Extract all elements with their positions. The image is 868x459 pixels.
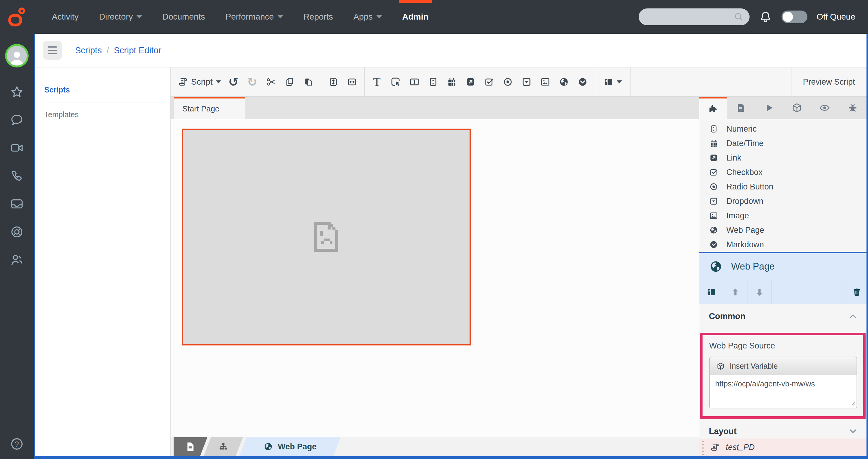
horizontal-spacer-button[interactable] xyxy=(343,77,361,87)
nav-right-controls: Off Queue xyxy=(639,8,868,25)
nav-apps[interactable]: Apps xyxy=(343,0,392,34)
queue-status-toggle[interactable] xyxy=(781,10,807,23)
tab-debug-bug[interactable] xyxy=(839,97,867,119)
menu-hamburger-button[interactable] xyxy=(43,41,62,60)
webpage-source-label: Web Page Source xyxy=(709,341,857,351)
nav-activity[interactable]: Activity xyxy=(41,0,89,34)
webpage-globe-button[interactable] xyxy=(555,77,573,87)
page-tabstrip: Start Page xyxy=(170,97,699,119)
breadcrumb-scripts[interactable]: Scripts xyxy=(75,45,102,56)
app-rail: ? xyxy=(0,34,34,459)
vertical-spacer-button[interactable] xyxy=(324,77,343,87)
radio-component-button[interactable] xyxy=(498,77,517,87)
palette-numeric[interactable]: Numeric xyxy=(699,122,867,136)
chevron-down-icon xyxy=(848,426,858,436)
editor-toolbar: Script ↺ ↻ xyxy=(170,67,867,97)
favorites-star-icon[interactable] xyxy=(10,85,24,99)
palette-webpage[interactable]: Web Page xyxy=(699,223,867,237)
nav-performance[interactable]: Performance xyxy=(215,0,293,34)
chevron-down-icon xyxy=(216,80,221,84)
script-menu-button[interactable]: Script xyxy=(170,77,224,87)
inbox-tray-icon[interactable] xyxy=(10,197,24,211)
webpage-component-selected[interactable] xyxy=(182,129,471,346)
status-webpage-tab[interactable]: Web Page xyxy=(239,437,341,456)
drag-handle[interactable] xyxy=(702,440,704,455)
script-name: test_PD xyxy=(726,443,755,452)
palette-link[interactable]: Link xyxy=(699,151,867,165)
palette-radio[interactable]: Radio Button xyxy=(699,179,867,194)
palette-image[interactable]: Image xyxy=(699,208,867,223)
sidebar-item-scripts[interactable]: Scripts xyxy=(44,78,162,102)
rail-icons xyxy=(10,85,24,267)
tab-variables-cube[interactable] xyxy=(783,97,811,119)
preview-script-button[interactable]: Preview Script xyxy=(791,67,867,96)
arrow-down-icon xyxy=(754,287,765,297)
phone-icon[interactable] xyxy=(10,169,24,183)
tab-pages-document[interactable] xyxy=(727,97,755,119)
sidebar-item-templates[interactable]: Templates xyxy=(44,102,162,127)
breadcrumb-script-editor[interactable]: Script Editor xyxy=(114,45,161,56)
undo-button[interactable]: ↺ xyxy=(224,76,243,88)
calendar-icon xyxy=(709,139,718,148)
palette-datetime[interactable]: Date/Time xyxy=(699,136,867,151)
delete-component-button[interactable] xyxy=(846,280,867,304)
move-up-button[interactable] xyxy=(723,280,747,304)
text-component-button[interactable]: T xyxy=(368,76,386,88)
component-palette: Numeric Date/Time Link xyxy=(699,119,867,252)
markdown-component-button[interactable] xyxy=(573,77,592,87)
numeric-component-button[interactable] xyxy=(424,77,442,87)
paste-button[interactable] xyxy=(299,77,318,87)
tab-visibility-eye[interactable] xyxy=(811,97,838,119)
puzzle-icon xyxy=(708,103,718,114)
tab-start-page[interactable]: Start Page xyxy=(174,97,245,119)
palette-dropdown[interactable]: Dropdown xyxy=(699,194,867,208)
user-avatar[interactable] xyxy=(5,44,29,67)
tab-run-play[interactable] xyxy=(755,97,783,119)
palette-checkbox[interactable]: Checkbox xyxy=(699,165,867,179)
globe-icon xyxy=(264,442,273,452)
global-search xyxy=(639,8,749,25)
notifications-bell-icon[interactable] xyxy=(758,10,772,24)
datetime-calendar-button[interactable] xyxy=(442,77,461,87)
palette-markdown[interactable]: Markdown xyxy=(699,237,867,252)
contacts-people-icon[interactable] xyxy=(10,253,24,267)
genesys-logo-icon[interactable] xyxy=(0,7,34,27)
cube-icon xyxy=(716,362,725,370)
script-scroll-icon xyxy=(178,77,188,87)
tab-components-puzzle[interactable] xyxy=(699,97,727,119)
webpage-source-input[interactable]: https://ocp/ai/agent-vb-mw/ws xyxy=(709,375,857,408)
redo-button[interactable]: ↻ xyxy=(243,76,261,88)
dropdown-component-button[interactable] xyxy=(517,77,536,87)
help-icon[interactable]: ? xyxy=(10,437,24,451)
link-icon xyxy=(709,153,718,162)
copy-button[interactable] xyxy=(280,77,299,87)
status-hierarchy-tab[interactable] xyxy=(204,437,243,456)
script-name-bar[interactable]: test_PD xyxy=(699,438,867,456)
insert-variable-button[interactable]: Insert Variable xyxy=(709,357,857,375)
nav-admin[interactable]: Admin xyxy=(392,0,439,34)
bug-icon xyxy=(847,102,858,113)
move-down-button[interactable] xyxy=(747,280,772,304)
play-icon xyxy=(764,103,774,113)
layout-panel-menu-button[interactable] xyxy=(598,77,627,87)
checkbox-component-button[interactable] xyxy=(480,77,498,87)
script-canvas[interactable] xyxy=(170,119,699,437)
input-component-button[interactable] xyxy=(405,76,424,87)
support-ring-icon[interactable] xyxy=(10,225,24,239)
nav-documents[interactable]: Documents xyxy=(152,0,216,34)
selected-component-title: Web Page xyxy=(731,261,775,272)
common-accordion[interactable]: Common xyxy=(699,304,867,329)
window-header: Scripts / Script Editor xyxy=(35,34,867,67)
search-input[interactable] xyxy=(639,8,749,25)
chat-bubble-icon[interactable] xyxy=(10,113,24,127)
video-camera-icon[interactable] xyxy=(10,141,24,155)
nav-directory[interactable]: Directory xyxy=(89,0,152,34)
cut-scissors-button[interactable] xyxy=(261,77,280,87)
nav-reports[interactable]: Reports xyxy=(293,0,343,34)
link-component-button[interactable] xyxy=(461,77,480,87)
status-page-tab[interactable] xyxy=(174,437,207,456)
component-layout-button[interactable] xyxy=(699,280,723,304)
image-component-button[interactable] xyxy=(536,77,555,87)
selection-cursor-button[interactable] xyxy=(386,76,405,87)
script-scroll-icon xyxy=(710,442,720,452)
